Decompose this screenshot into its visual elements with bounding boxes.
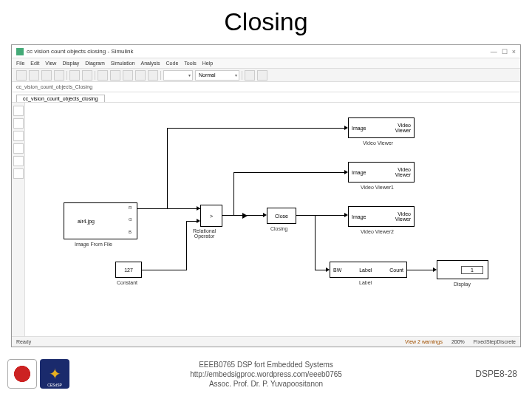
- palette-annotate-icon[interactable]: [13, 143, 24, 154]
- block-constant-text: 127: [124, 267, 133, 273]
- toolbar: Normal: [12, 69, 520, 82]
- arrow-icon: [433, 267, 437, 272]
- menu-help[interactable]: Help: [202, 61, 213, 66]
- palette-fit-icon[interactable]: [13, 118, 24, 129]
- label-labeling: Label: [359, 280, 372, 285]
- palette: [12, 103, 25, 336]
- minimize-button[interactable]: —: [491, 48, 497, 55]
- wire: [407, 270, 433, 270]
- tool-config-icon[interactable]: [82, 70, 92, 81]
- breadcrumb[interactable]: cc_vision_count_objects_Closing: [12, 82, 520, 92]
- status-solver: FixedStepDiscrete: [474, 339, 516, 344]
- arrow-icon: [263, 213, 267, 217]
- menu-code[interactable]: Code: [166, 61, 179, 66]
- wire: [315, 270, 326, 270]
- simulink-window: cc vision count objects closing - Simuli…: [11, 44, 521, 347]
- menubar: File Edit View Display Diagram Simulatio…: [12, 58, 520, 69]
- status-warnings[interactable]: View 2 warnings: [405, 339, 443, 344]
- block-closing-text: Close: [275, 214, 288, 219]
- model-tab[interactable]: cc_vision_count_objects_closing: [16, 95, 105, 102]
- wire: [167, 128, 344, 129]
- block-constant[interactable]: 127: [115, 262, 142, 278]
- palette-explorer-icon[interactable]: [13, 131, 24, 141]
- block-image-from-file[interactable]: air4.jpg: [64, 202, 137, 239]
- footer-text: EEEB0765 DSP fort Embedded Systems http:…: [0, 360, 532, 389]
- label-viewer1: Video Viewer1: [361, 185, 394, 190]
- app-icon: [16, 48, 24, 55]
- block-video-viewer1[interactable]: Image Video Viewer: [348, 162, 415, 183]
- viewer1-text: Video Viewer: [395, 167, 411, 177]
- mode-dropdown[interactable]: Normal: [195, 70, 239, 81]
- tool-run-icon[interactable]: [110, 70, 120, 81]
- label-center: Label: [359, 267, 372, 273]
- tool-stop-icon[interactable]: [135, 70, 146, 81]
- port-r: R: [129, 205, 132, 210]
- menu-tools[interactable]: Tools: [184, 61, 196, 66]
- model-canvas[interactable]: air4.jpg R G B Image From File 127 Const…: [12, 103, 520, 336]
- tool-build-icon[interactable]: [148, 70, 158, 81]
- label-port-count: Count: [389, 267, 403, 273]
- maximize-button[interactable]: ☐: [502, 48, 508, 55]
- menu-display[interactable]: Display: [62, 61, 79, 66]
- palette-image-icon[interactable]: [13, 156, 24, 166]
- label-viewer0: Video Viewer: [363, 140, 393, 146]
- wire: [222, 215, 263, 216]
- viewer0-text: Video Viewer: [395, 123, 411, 133]
- menu-edit[interactable]: Edit: [30, 61, 39, 66]
- wire: [167, 128, 168, 208]
- block-label[interactable]: BW Label Count: [330, 262, 407, 278]
- tool-stepfwd-icon[interactable]: [123, 70, 133, 81]
- menu-analysis[interactable]: Analysis: [140, 61, 160, 66]
- menu-file[interactable]: File: [16, 61, 24, 66]
- palette-area-icon[interactable]: [13, 168, 24, 179]
- wire: [233, 172, 344, 173]
- statusbar: Ready View 2 warnings 200% FixedStepDisc…: [12, 336, 520, 347]
- tabstrip: cc_vision_count_objects_closing: [12, 92, 520, 103]
- block-display[interactable]: 1: [437, 260, 488, 279]
- label-viewer2: Video Viewer2: [361, 229, 394, 234]
- label-display: Display: [454, 282, 471, 287]
- arrow-icon: [326, 267, 330, 272]
- wire: [186, 221, 197, 222]
- port-b: B: [129, 230, 132, 234]
- tool-fast-icon[interactable]: [245, 70, 255, 81]
- block-video-viewer2[interactable]: Image Video Viewer: [348, 206, 415, 227]
- toolbar-sep: [160, 71, 161, 80]
- close-button[interactable]: ×: [512, 48, 516, 55]
- menu-diagram[interactable]: Diagram: [85, 61, 104, 66]
- footer-line1: EEEB0765 DSP fort Embedded Systems: [0, 360, 532, 369]
- footer-line3: Assoc. Prof. Dr. P. Yuvapoositanon: [0, 379, 532, 389]
- status-ready: Ready: [16, 339, 31, 344]
- port-g: G: [129, 217, 132, 222]
- menu-simulation[interactable]: Simulation: [111, 61, 135, 66]
- block-closing[interactable]: Close: [267, 208, 296, 224]
- menu-view[interactable]: View: [45, 61, 56, 66]
- window-title: cc vision count objects closing - Simuli…: [27, 48, 134, 55]
- tool-stepback-icon[interactable]: [98, 70, 108, 81]
- block-video-viewer0[interactable]: Image Video Viewer: [348, 117, 415, 138]
- tool-up-icon[interactable]: [54, 70, 64, 81]
- label-constant: Constant: [117, 280, 137, 285]
- tool-record-icon[interactable]: [257, 70, 267, 81]
- wire: [186, 221, 187, 270]
- tool-library-icon[interactable]: [69, 70, 80, 81]
- arrow-icon: [344, 213, 348, 217]
- palette-zoom-icon[interactable]: [13, 106, 24, 116]
- simtime-field[interactable]: [163, 70, 193, 81]
- arrow-icon: [197, 219, 200, 223]
- tool-save-icon[interactable]: [16, 70, 27, 81]
- arrow-icon: [344, 126, 348, 130]
- tool-forward-icon[interactable]: [41, 70, 52, 81]
- status-zoom: 200%: [451, 339, 465, 344]
- wire: [315, 215, 316, 270]
- block-relational-operator[interactable]: >: [200, 205, 222, 227]
- label-closing: Closing: [270, 226, 287, 231]
- toolbar-sep: [95, 71, 95, 80]
- viewer2-text: Video Viewer: [395, 211, 411, 222]
- wire: [296, 215, 344, 216]
- block-image-from-file-text: air4.jpg: [78, 219, 95, 224]
- viewer0-port: Image: [352, 126, 366, 131]
- tool-back-icon[interactable]: [29, 70, 39, 81]
- arrow-icon: [344, 170, 348, 174]
- toolbar-sep: [66, 71, 67, 80]
